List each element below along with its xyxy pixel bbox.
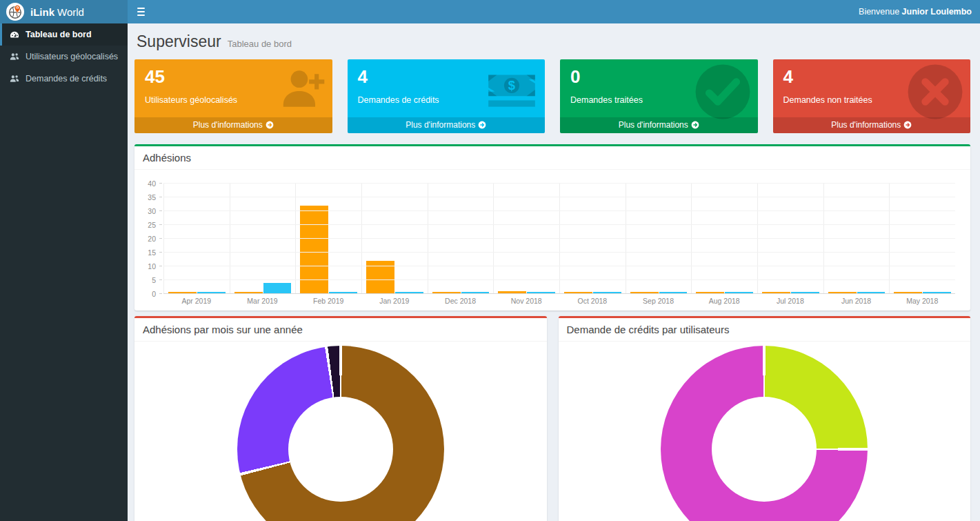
y-axis-tick — [159, 266, 162, 266]
y-axis-tick — [159, 252, 162, 253]
bar-group — [823, 184, 890, 294]
welcome-prefix: Bienvenue — [859, 7, 899, 17]
bar-group — [889, 184, 955, 294]
bar — [300, 206, 328, 294]
x-axis-label: Jul 2018 — [757, 297, 823, 305]
sidebar-item-label: Tableau de bord — [26, 30, 92, 39]
arrow-circle-right-icon — [478, 121, 486, 129]
stat-card: 45 Utilisateurs géolocalisés Plus d'info… — [134, 59, 332, 133]
sidebar-item-utilisateurs-geolocalises[interactable]: Utilisateurs géolocalisés — [0, 46, 128, 68]
y-axis-tick — [159, 238, 162, 239]
bar-chart: 0510152025303540 Apr 2019Mar 2019Feb 201… — [134, 170, 970, 311]
y-axis-tick — [159, 224, 162, 225]
y-axis-label: 30 — [148, 208, 156, 215]
x-axis-label: Dec 2018 — [428, 297, 494, 305]
bar-chart-plot — [163, 184, 955, 294]
brand-title-rest: World — [57, 6, 84, 18]
stat-cards-row: 45 Utilisateurs géolocalisés Plus d'info… — [134, 59, 970, 133]
y-axis-label: 0 — [152, 291, 156, 298]
card-more-info-link[interactable]: Plus d'informations — [348, 117, 546, 133]
stat-card-body: 4 Demandes de crédits — [348, 59, 546, 117]
stat-card-value: 4 — [358, 66, 535, 88]
bar-group — [295, 184, 361, 294]
y-axis-tick — [159, 197, 162, 197]
gridline — [163, 266, 955, 266]
bar — [263, 283, 292, 294]
box-title: Demande de crédits par utilisateurs — [559, 318, 971, 342]
adhesions-donut-box: Adhésions par mois sur une année — [134, 316, 547, 521]
bar-group — [493, 184, 559, 294]
bar-chart-groups — [163, 184, 955, 294]
x-axis-label: Jun 2018 — [823, 297, 890, 305]
y-axis-label: 15 — [148, 249, 156, 257]
tachometer-icon — [10, 30, 19, 39]
y-axis-tick — [159, 279, 162, 280]
card-footer-label: Plus d'informations — [831, 120, 901, 130]
app-logo-icon: $ — [6, 3, 24, 21]
y-axis-label: 20 — [148, 235, 156, 243]
gridline — [163, 183, 955, 184]
sidebar-item-tableau-de-bord[interactable]: Tableau de bord — [0, 23, 128, 46]
y-axis-label: 35 — [148, 194, 156, 201]
gridline — [163, 293, 955, 294]
bar-chart-x-labels: Apr 2019Mar 2019Feb 2019Jan 2019Dec 2018… — [163, 297, 955, 305]
stat-card: 4 Demandes de crédits $ Plus d'informati… — [348, 59, 546, 133]
stat-card-value: 45 — [145, 66, 322, 88]
credits-donut-box: Demande de crédits par utilisateurs — [559, 316, 971, 521]
bar-group — [230, 184, 296, 294]
arrow-circle-right-icon — [266, 121, 274, 129]
stat-card-label: Demandes de crédits — [358, 95, 535, 105]
stat-card: 0 Demandes traitées Plus d'informations — [560, 59, 758, 133]
app-brand[interactable]: $ iLinkWorld — [0, 0, 128, 23]
gridline — [163, 210, 955, 211]
gridline — [163, 224, 955, 225]
x-axis-label: Mar 2019 — [230, 297, 296, 305]
box-title: Adhésions par mois sur une année — [134, 318, 547, 342]
box-title: Adhésions — [134, 146, 970, 170]
main-content: Superviseur Tableau de bord 45 Utilisate… — [128, 0, 980, 521]
sidebar-item-demandes-de-credits[interactable]: Demandes de crédits — [0, 68, 128, 90]
y-axis-label: 25 — [148, 222, 156, 229]
stat-card-label: Demandes traitées — [570, 95, 748, 105]
hamburger-icon[interactable] — [136, 5, 146, 19]
x-axis-label: May 2018 — [889, 297, 955, 305]
bar-chart-area: 0510152025303540 — [143, 175, 962, 294]
gridline — [163, 238, 955, 239]
sidebar-item-label: Utilisateurs géolocalisés — [26, 52, 118, 61]
stat-card-label: Demandes non traitées — [783, 95, 961, 105]
y-axis-label: 40 — [148, 180, 156, 188]
x-axis-label: Jan 2019 — [361, 297, 428, 305]
navbar-main: Bienvenue Junior Loulembo — [128, 0, 980, 23]
sidebar-item-label: Demandes de crédits — [26, 74, 107, 83]
bar-group — [691, 184, 757, 294]
stat-card-body: 45 Utilisateurs géolocalisés — [134, 59, 332, 117]
x-axis-label: Aug 2018 — [691, 297, 757, 305]
brand-title-bold: iLink — [30, 6, 54, 18]
sidebar: Tableau de bord Utilisateurs géolocalisé… — [0, 23, 128, 521]
donut-chart-body — [134, 342, 547, 521]
bar-group — [626, 184, 692, 294]
top-navbar: $ iLinkWorld Bienvenue Junior Loulembo — [0, 0, 980, 23]
card-footer-label: Plus d'informations — [193, 120, 263, 130]
gridline — [163, 252, 955, 253]
bar-group — [163, 184, 230, 294]
x-axis-label: Sep 2018 — [626, 297, 692, 305]
adhesions-chart-box: Adhésions 0510152025303540 Apr 2019Mar 2… — [134, 144, 970, 311]
y-axis-tick — [159, 210, 162, 211]
bar-group — [428, 184, 494, 294]
page-subtitle: Tableau de bord — [228, 39, 292, 49]
page-header: Superviseur Tableau de bord — [134, 23, 970, 59]
x-axis-label: Feb 2019 — [295, 297, 361, 305]
stat-card-label: Utilisateurs géolocalisés — [145, 95, 322, 105]
y-axis-tick — [159, 183, 162, 184]
credits-donut-chart — [661, 346, 868, 521]
y-axis-tick — [159, 293, 162, 294]
user-welcome[interactable]: Bienvenue Junior Loulembo — [859, 7, 972, 17]
page-title: Superviseur — [137, 32, 221, 51]
stat-card-value: 4 — [783, 66, 961, 88]
donut-chart-body — [559, 342, 971, 521]
gridline — [163, 279, 955, 280]
card-more-info-link[interactable]: Plus d'informations — [134, 117, 332, 133]
stat-card-body: 0 Demandes traitées — [560, 59, 758, 117]
users-icon — [10, 74, 19, 83]
